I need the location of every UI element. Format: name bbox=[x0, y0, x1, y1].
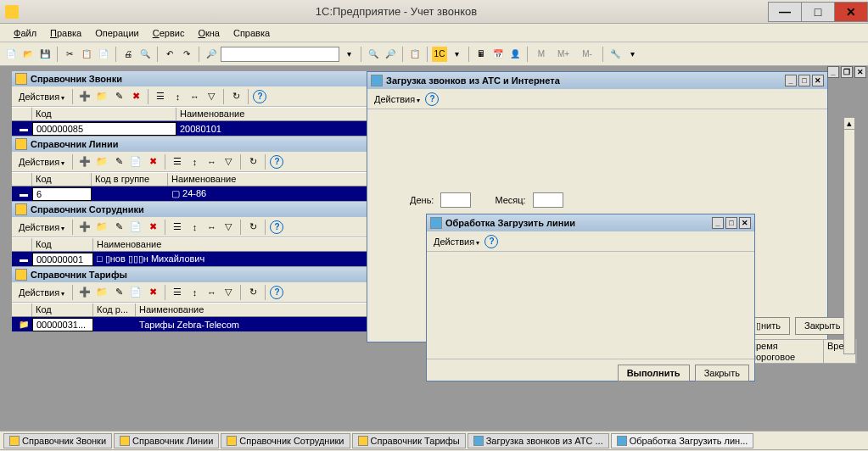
filter-icon[interactable]: ▽ bbox=[221, 285, 236, 300]
add-icon[interactable]: ➕ bbox=[77, 285, 92, 300]
actions-menu[interactable]: Действия bbox=[15, 90, 68, 103]
refresh-icon[interactable]: ↻ bbox=[245, 285, 260, 300]
tab-loadlines[interactable]: Обработка Загрузить лин... bbox=[611, 433, 754, 448]
search-input[interactable] bbox=[221, 47, 339, 62]
edit-icon[interactable]: ✎ bbox=[111, 285, 126, 300]
hier-icon[interactable]: ☰ bbox=[170, 154, 185, 170]
edit-icon[interactable]: ✎ bbox=[111, 220, 126, 235]
table-row[interactable]: ▬ 000000085 20080101 bbox=[12, 121, 368, 136]
cell-code[interactable]: 000000085 bbox=[32, 122, 176, 136]
add-group-icon[interactable]: 📁 bbox=[94, 220, 109, 235]
copy-clip-icon[interactable]: 📋 bbox=[407, 47, 423, 62]
cell-code[interactable]: 000000001 bbox=[32, 253, 93, 266]
find-icon[interactable]: 🔎 bbox=[204, 47, 219, 62]
menu-file[interactable]: Файл bbox=[7, 25, 43, 41]
month-field[interactable] bbox=[533, 192, 563, 208]
actions-menu[interactable]: Действия bbox=[430, 235, 483, 248]
col-name[interactable]: Наименование bbox=[136, 303, 368, 316]
dropdown2-icon[interactable]: ▾ bbox=[449, 47, 464, 62]
menu-service[interactable]: Сервис bbox=[146, 25, 192, 41]
delete-icon[interactable]: ✖ bbox=[145, 285, 160, 300]
help-icon[interactable]: ? bbox=[484, 235, 498, 248]
mdi-close-button[interactable]: ✕ bbox=[854, 66, 866, 78]
refresh-icon[interactable]: ↻ bbox=[245, 220, 260, 235]
move-icon[interactable]: ↕ bbox=[187, 220, 202, 235]
m-plus-button[interactable]: M+ bbox=[552, 47, 574, 62]
tab-emp[interactable]: Справочник Сотрудники bbox=[221, 433, 350, 448]
refresh-icon[interactable]: ↻ bbox=[245, 154, 260, 170]
actions-menu[interactable]: Действия bbox=[15, 155, 68, 169]
col-code[interactable]: Код bbox=[32, 303, 93, 316]
help-icon[interactable]: ? bbox=[270, 286, 283, 299]
new-icon[interactable]: 📄 bbox=[3, 47, 19, 62]
edit-icon[interactable]: ✎ bbox=[111, 154, 126, 170]
move2-icon[interactable]: ↔ bbox=[204, 220, 219, 235]
calc-icon[interactable]: 🖩 bbox=[473, 47, 489, 62]
tab-load[interactable]: Загрузка звонков из АТС ... bbox=[468, 433, 609, 448]
zoom-in-icon[interactable]: 🔍 bbox=[366, 47, 381, 62]
refresh-icon[interactable]: ↻ bbox=[228, 89, 244, 104]
menu-windows[interactable]: Окна bbox=[191, 25, 227, 41]
table-row[interactable]: ▬ 000000001 □ ▯нов ▯▯▯н Михайлович bbox=[12, 252, 368, 266]
col-codr[interactable]: Код р... bbox=[93, 303, 136, 316]
tab-lines[interactable]: Справочник Линии bbox=[114, 433, 219, 448]
delete-icon[interactable]: ✖ bbox=[128, 89, 143, 104]
help-icon[interactable]: ? bbox=[425, 92, 439, 106]
edit-icon[interactable]: ✎ bbox=[111, 89, 126, 104]
col-name[interactable]: Наименование bbox=[176, 108, 368, 120]
add-icon[interactable]: ➕ bbox=[77, 154, 92, 170]
filter-icon[interactable]: ▽ bbox=[221, 220, 236, 235]
add-group-icon[interactable]: 📁 bbox=[94, 285, 109, 300]
close-button[interactable]: Закрыть bbox=[695, 365, 749, 381]
hier-icon[interactable]: ☰ bbox=[153, 89, 168, 104]
actions-menu[interactable]: Действия bbox=[15, 220, 68, 234]
maximize-button[interactable]: □ bbox=[798, 75, 810, 86]
m-button[interactable]: M bbox=[532, 47, 551, 62]
delete-icon[interactable]: ✖ bbox=[145, 154, 160, 170]
open-icon[interactable]: 📂 bbox=[20, 47, 36, 62]
help-icon[interactable]: ? bbox=[270, 155, 283, 169]
filter-icon[interactable]: ▽ bbox=[221, 154, 236, 170]
copy-icon[interactable]: 📄 bbox=[128, 220, 143, 235]
copy-icon[interactable]: 📄 bbox=[128, 285, 143, 300]
help-icon[interactable]: ? bbox=[253, 90, 266, 103]
load-lines-window[interactable]: Обработка Загрузить линии _ □ ✕ Действия… bbox=[426, 214, 755, 381]
move2-icon[interactable]: ↔ bbox=[187, 89, 202, 104]
add-group-icon[interactable]: 📁 bbox=[94, 154, 109, 170]
menu-ops[interactable]: Операции bbox=[88, 25, 145, 41]
close-button-partial[interactable]: Закрыть bbox=[795, 317, 849, 335]
tab-calls[interactable]: Справочник Звонки bbox=[3, 433, 112, 448]
move-icon[interactable]: ↕ bbox=[187, 154, 202, 170]
menu-edit[interactable]: Правка bbox=[43, 25, 88, 41]
execute-button[interactable]: Выполнить bbox=[618, 365, 690, 381]
m-minus-button[interactable]: M- bbox=[576, 47, 598, 62]
actions-menu[interactable]: Действия bbox=[371, 92, 423, 106]
add-icon[interactable]: ➕ bbox=[77, 89, 92, 104]
delete-icon[interactable]: ✖ bbox=[145, 220, 160, 235]
mdi-restore-button[interactable]: ❐ bbox=[841, 66, 853, 78]
close-button[interactable]: ✕ bbox=[834, 2, 868, 22]
print-icon[interactable]: 🖨 bbox=[120, 47, 136, 62]
table-row[interactable]: 📁 00000031... Тарифы Zebra-Telecom bbox=[12, 317, 368, 331]
table-row[interactable]: ▬ 6 ▢ 24-86 bbox=[12, 187, 368, 201]
menu-help[interactable]: Справка bbox=[227, 25, 277, 41]
dropdown-icon[interactable]: ▾ bbox=[341, 47, 356, 62]
col-code[interactable]: Код bbox=[32, 238, 93, 251]
move-icon[interactable]: ↕ bbox=[170, 89, 185, 104]
add-icon[interactable]: ➕ bbox=[77, 220, 92, 235]
copy-icon[interactable]: 📋 bbox=[79, 47, 94, 62]
close-button[interactable]: ✕ bbox=[812, 75, 824, 86]
hier-icon[interactable]: ☰ bbox=[170, 285, 185, 300]
filter-icon[interactable]: ▽ bbox=[204, 89, 219, 104]
undo-icon[interactable]: ↶ bbox=[162, 47, 177, 62]
move2-icon[interactable]: ↔ bbox=[204, 154, 219, 170]
save-icon[interactable]: 💾 bbox=[37, 47, 53, 62]
preview-icon[interactable]: 🔍 bbox=[137, 47, 153, 62]
cell-code[interactable]: 00000031... bbox=[32, 318, 93, 331]
add-group-icon[interactable]: 📁 bbox=[94, 89, 109, 104]
move2-icon[interactable]: ↔ bbox=[204, 285, 219, 300]
col-marker[interactable] bbox=[12, 173, 32, 186]
col-marker[interactable] bbox=[12, 108, 32, 120]
paste-icon[interactable]: 📄 bbox=[96, 47, 111, 62]
hier-icon[interactable]: ☰ bbox=[170, 220, 185, 235]
